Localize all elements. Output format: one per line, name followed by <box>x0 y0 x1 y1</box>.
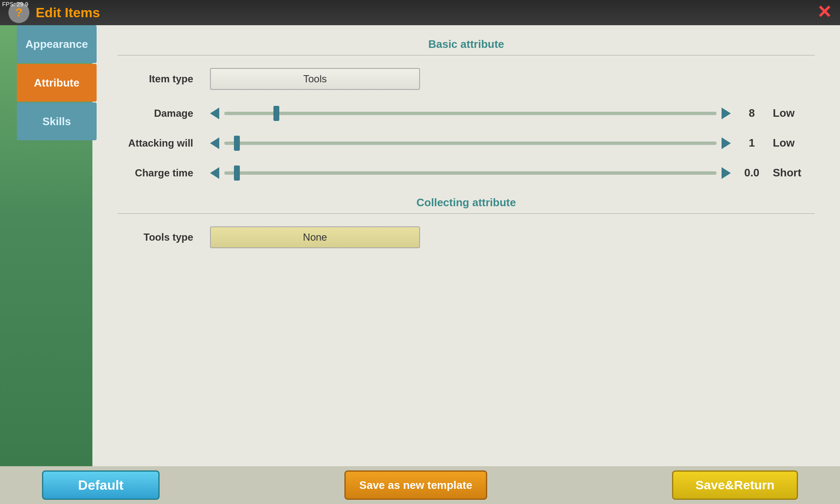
charge-time-value: 0.0 <box>739 166 764 179</box>
page-title: Edit Items <box>36 5 100 21</box>
attacking-will-decrease-button[interactable] <box>210 137 219 149</box>
close-button[interactable]: ✕ <box>817 3 832 21</box>
attacking-will-rating: Low <box>773 136 815 150</box>
damage-slider-container <box>210 108 731 119</box>
damage-increase-button[interactable] <box>722 108 731 119</box>
charge-time-label: Charge time <box>118 167 202 179</box>
damage-slider-thumb[interactable] <box>273 106 279 121</box>
charge-time-rating: Short <box>773 166 815 179</box>
attacking-will-label: Attacking will <box>118 137 202 149</box>
save-template-button[interactable]: Save as new template <box>344 470 487 500</box>
damage-value: 8 <box>739 107 764 120</box>
item-type-label: Item type <box>118 73 202 85</box>
attacking-will-slider-track[interactable] <box>224 142 717 145</box>
tools-type-button[interactable]: None <box>210 226 420 248</box>
divider-collecting <box>118 213 815 214</box>
charge-time-slider-track[interactable] <box>224 171 717 175</box>
item-type-button[interactable]: Tools <box>210 68 420 90</box>
charge-time-row: Charge time 0.0 Short <box>118 166 815 179</box>
default-button[interactable]: Default <box>42 470 160 500</box>
damage-label: Damage <box>118 108 202 119</box>
basic-attribute-header: Basic attribute <box>118 38 815 51</box>
attacking-will-slider-container <box>210 137 731 149</box>
main-content: Basic attribute Item type Tools Damage 8… <box>92 25 840 466</box>
damage-decrease-button[interactable] <box>210 108 219 119</box>
damage-rating: Low <box>773 107 815 120</box>
damage-slider-track[interactable] <box>224 112 717 115</box>
charge-time-increase-button[interactable] <box>722 167 731 179</box>
sidebar-item-skills[interactable]: Skills <box>17 102 97 140</box>
fps-display: FPS: 29.9 <box>2 1 28 8</box>
header: FPS: 29.9 ? Edit Items ✕ <box>0 0 840 25</box>
sidebar-item-appearance[interactable]: Appearance <box>17 25 97 63</box>
sidebar-item-attribute[interactable]: Attribute <box>17 64 97 102</box>
tools-type-label: Tools type <box>118 231 202 243</box>
attacking-will-row: Attacking will 1 Low <box>118 136 815 150</box>
charge-time-slider-thumb[interactable] <box>234 165 240 181</box>
damage-row: Damage 8 Low <box>118 107 815 120</box>
attacking-will-increase-button[interactable] <box>722 137 731 149</box>
collecting-attribute-header: Collecting attribute <box>118 196 815 209</box>
sidebar: Appearance Attribute Skills <box>17 25 109 141</box>
divider-basic <box>118 55 815 55</box>
attacking-will-value: 1 <box>739 136 764 150</box>
bottom-bar: Default Save as new template Save&Return <box>0 466 840 504</box>
save-return-button[interactable]: Save&Return <box>672 470 798 500</box>
charge-time-decrease-button[interactable] <box>210 167 219 179</box>
tools-type-row: Tools type None <box>118 226 815 248</box>
item-type-row: Item type Tools <box>118 68 815 90</box>
attacking-will-slider-thumb[interactable] <box>234 136 240 151</box>
charge-time-slider-container <box>210 167 731 179</box>
